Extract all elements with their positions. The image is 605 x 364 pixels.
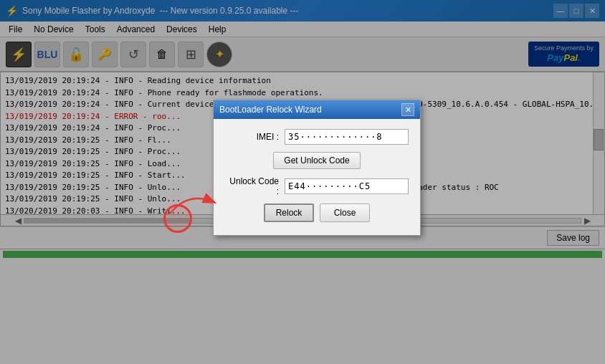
imei-input[interactable]	[285, 129, 409, 145]
modal-close-x-button[interactable]: ✕	[401, 103, 414, 116]
get-unlock-code-row: Get Unlock Code	[225, 152, 409, 169]
modal-overlay: BootLoader Relock Wizard ✕ IMEI : Get Un…	[0, 0, 605, 364]
unlock-code-label: Unlock Code :	[225, 176, 279, 196]
get-unlock-code-button[interactable]: Get Unlock Code	[273, 152, 360, 169]
imei-row: IMEI :	[225, 129, 409, 145]
close-button[interactable]: Close	[320, 203, 370, 222]
modal-body: IMEI : Get Unlock Code Unlock Code : Rel…	[214, 119, 420, 235]
modal-title: BootLoader Relock Wizard	[219, 105, 322, 115]
arrow-indicator	[167, 184, 224, 222]
unlock-code-input[interactable]	[285, 178, 409, 194]
modal-titlebar: BootLoader Relock Wizard ✕	[214, 100, 420, 119]
imei-label: IMEI :	[225, 132, 279, 142]
action-buttons-row: Relock Close	[225, 203, 409, 222]
bootloader-relock-modal: BootLoader Relock Wizard ✕ IMEI : Get Un…	[213, 100, 421, 236]
relock-button[interactable]: Relock	[264, 203, 314, 222]
unlock-code-row: Unlock Code :	[225, 176, 409, 196]
arrow-circle	[163, 204, 192, 233]
